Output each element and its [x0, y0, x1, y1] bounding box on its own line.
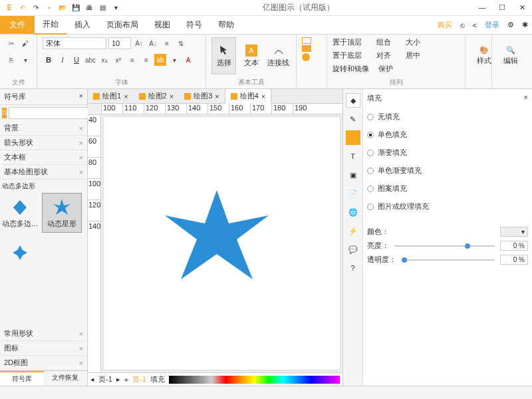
tab-insert[interactable]: 插入 — [66, 16, 98, 34]
sup-icon[interactable]: x² — [112, 54, 124, 66]
tab-symbol[interactable]: 符号 — [178, 16, 210, 34]
page-nav-prev-icon[interactable]: ◂ — [90, 375, 94, 384]
page-nav-next-icon[interactable]: ▸ — [116, 375, 120, 384]
symlib-close-icon[interactable]: × — [79, 92, 83, 102]
open-icon[interactable]: 📂 — [57, 3, 68, 13]
highlight-icon[interactable]: ab — [154, 54, 166, 66]
copy-icon[interactable]: ⎘ — [5, 54, 17, 66]
group-button[interactable]: 组合 — [376, 37, 391, 47]
color-tab-icon[interactable] — [346, 130, 360, 145]
align-left-icon[interactable]: ≡ — [126, 54, 138, 66]
line-tab-icon[interactable]: ✎ — [346, 112, 360, 126]
save-icon[interactable]: 💾 — [70, 3, 81, 13]
fill-mono-grad-radio[interactable]: 单色渐变填充 — [367, 164, 528, 178]
doc-tab[interactable]: 绘图3× — [179, 89, 225, 103]
symlib-item[interactable]: 文本框× — [0, 150, 87, 165]
size-button[interactable]: 大小 — [406, 37, 420, 47]
bring-front-button[interactable]: 置于顶层 — [332, 37, 362, 47]
maximize-icon[interactable]: ☐ — [492, 3, 512, 12]
brush-icon[interactable]: 🖌 — [19, 37, 31, 49]
fill-panel-close-icon[interactable]: × — [524, 93, 528, 103]
tab-help[interactable]: 帮助 — [210, 16, 242, 34]
select-tool[interactable]: 选择 — [211, 37, 236, 74]
home-icon[interactable]: ⌂ — [2, 108, 7, 118]
minimize-icon[interactable]: — — [472, 3, 492, 12]
doc-tab-active[interactable]: 绘图4× — [225, 88, 272, 104]
fill-pattern-radio[interactable]: 图案填充 — [367, 182, 528, 196]
settings-icon[interactable]: ⚙ — [503, 21, 518, 29]
fill-gradient-radio[interactable]: 渐变填充 — [367, 146, 528, 160]
strike-icon[interactable]: abc — [84, 54, 96, 66]
shape-rect-fill-icon[interactable] — [302, 45, 311, 52]
shape-star[interactable]: 动态星形 — [42, 193, 82, 233]
tab-symlib[interactable]: 符号库 — [0, 371, 44, 386]
redo-icon[interactable]: ↷ — [31, 3, 41, 13]
text-tab-icon[interactable]: T — [346, 149, 360, 164]
action-tab-icon[interactable]: ⚡ — [346, 223, 360, 238]
symlib-item[interactable]: 背景× — [0, 121, 87, 136]
new-icon[interactable]: ▫ — [44, 3, 55, 13]
layer-tab-icon[interactable]: ▣ — [346, 168, 360, 182]
shape-star4[interactable] — [0, 233, 40, 273]
symlib-item[interactable]: 图标× — [0, 341, 87, 356]
cut-icon[interactable]: ✂ — [5, 37, 17, 49]
doc-tab[interactable]: 绘图1× — [88, 89, 134, 103]
opacity-value[interactable]: 0 % — [500, 255, 528, 265]
fill-texture-radio[interactable]: 图片或纹理填充 — [367, 200, 528, 213]
tab-view[interactable]: 视图 — [146, 16, 178, 34]
font-size-input[interactable] — [108, 37, 131, 49]
help-tab-icon[interactable]: ? — [346, 261, 360, 275]
brightness-value[interactable]: 0 % — [500, 241, 528, 251]
add-page-icon[interactable]: + — [124, 376, 128, 384]
align-center-icon[interactable]: ≡ — [140, 54, 152, 66]
undo-icon[interactable]: ↶ — [17, 3, 28, 13]
symlib-item[interactable]: 2D框图× — [0, 356, 87, 370]
tab-start[interactable]: 开始 — [35, 15, 66, 35]
spacing-icon[interactable]: ⇅ — [175, 37, 187, 49]
text-tool[interactable]: A文本 — [239, 37, 263, 74]
edit-button[interactable]: 🔍编辑 — [497, 37, 524, 74]
star-shape[interactable] — [164, 184, 270, 290]
comment-tab-icon[interactable]: 💬 — [346, 242, 360, 257]
italic-icon[interactable]: I — [57, 54, 68, 66]
export-icon[interactable]: ▤ — [97, 3, 108, 13]
grow-font-icon[interactable]: A↑ — [133, 37, 145, 49]
shape-polygon[interactable]: 动态多边… — [0, 193, 40, 233]
bold-icon[interactable]: B — [43, 54, 55, 66]
fill-solid-radio[interactable]: 单色填充 — [367, 128, 528, 142]
print-icon[interactable]: 🖶 — [84, 3, 94, 13]
tab-layout[interactable]: 页面布局 — [98, 16, 146, 34]
symlib-item[interactable]: 常用形状× — [0, 327, 87, 341]
web-tab-icon[interactable]: 🌐 — [346, 205, 360, 219]
font-color-icon[interactable]: A — [182, 54, 194, 66]
flower-icon[interactable]: ✱ — [518, 21, 532, 29]
fill-tab-icon[interactable]: ◆ — [346, 93, 360, 108]
share-icon[interactable]: ⎋ — [456, 21, 469, 29]
more-align-icon[interactable]: ▾ — [168, 54, 180, 66]
rotate-button[interactable]: 旋转和镜像 — [332, 64, 369, 74]
doc-tab[interactable]: 绘图2× — [134, 89, 180, 103]
color-swatch[interactable]: ▾ — [500, 227, 528, 237]
shape-rect-icon[interactable] — [302, 37, 311, 44]
file-menu[interactable]: 文件 — [0, 16, 35, 34]
align-button[interactable]: 对齐 — [376, 51, 391, 61]
qat-more-icon[interactable]: ▾ — [110, 3, 121, 13]
tab-recovery[interactable]: 文件恢复 — [44, 371, 88, 386]
buy-link[interactable]: 购买 — [434, 20, 456, 30]
symlib-item[interactable]: 箭头形状× — [0, 136, 87, 150]
login-link[interactable]: 登录 — [481, 20, 503, 30]
shape-circle-icon[interactable] — [302, 53, 310, 61]
fill-none-radio[interactable]: 无填充 — [367, 110, 528, 124]
symlib-item[interactable]: 基本绘图形状× — [0, 165, 87, 180]
close-icon[interactable]: ✕ — [512, 3, 532, 12]
canvas-page[interactable] — [104, 117, 340, 370]
opacity-slider[interactable] — [402, 259, 495, 261]
underline-icon[interactable]: U — [70, 54, 82, 66]
brightness-slider[interactable] — [394, 245, 495, 247]
center-button[interactable]: 居中 — [406, 51, 420, 61]
bullets-icon[interactable]: ≡ — [161, 37, 173, 49]
shrink-font-icon[interactable]: A↓ — [147, 37, 159, 49]
protect-button[interactable]: 保护 — [378, 64, 393, 74]
page-tab-icon[interactable]: 📄 — [346, 186, 360, 201]
sub-icon[interactable]: x₂ — [98, 54, 110, 66]
